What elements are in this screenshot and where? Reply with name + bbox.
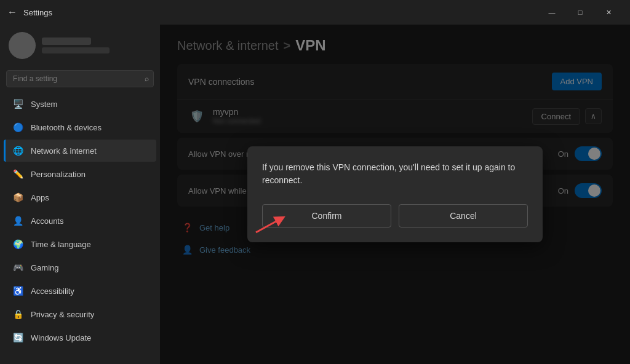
sidebar-item-label: Bluetooth & devices [31,123,102,132]
sidebar-item-apps[interactable]: 📦 Apps [4,186,156,208]
sidebar-item-label: Gaming [31,263,59,272]
sidebar-item-label: Accounts [31,216,63,226]
title-bar: ← Settings — □ ✕ [0,0,630,25]
accounts-icon: 👤 [12,215,23,226]
content-area: Network & internet > VPN VPN connections… [160,25,630,364]
update-icon: 🔄 [12,332,23,343]
sidebar-item-privacy[interactable]: 🔒 Privacy & security [4,303,156,325]
sidebar-item-personalization[interactable]: ✏️ Personalization [4,163,156,185]
sidebar-item-label: Apps [31,193,49,202]
sidebar-search[interactable]: ⌕ [6,70,154,87]
sidebar-item-label: Accessibility [31,287,74,296]
sidebar-nav: 🖥️ System 🔵 Bluetooth & devices 🌐 Networ… [0,92,160,364]
sidebar-item-label: Time & language [31,240,91,249]
sidebar-item-bluetooth[interactable]: 🔵 Bluetooth & devices [4,116,156,138]
cancel-button[interactable]: Cancel [399,204,528,228]
sidebar-item-system[interactable]: 🖥️ System [4,93,156,115]
modal-overlay: If you remove this VPN connection, you'l… [160,25,630,364]
back-button[interactable]: ← [7,7,17,18]
confirm-modal: If you remove this VPN connection, you'l… [247,146,543,242]
sidebar: ⌕ 🖥️ System 🔵 Bluetooth & devices 🌐 Netw… [0,25,160,364]
sidebar-item-label: Privacy & security [31,310,94,319]
time-icon: 🌍 [12,239,23,250]
profile-name [42,38,91,45]
sidebar-item-label: System [31,100,57,109]
maximize-button[interactable]: □ [566,2,594,22]
sidebar-item-network[interactable]: 🌐 Network & internet [4,140,156,162]
system-icon: 🖥️ [12,98,23,109]
search-icon: ⌕ [145,74,149,83]
sidebar-item-accounts[interactable]: 👤 Accounts [4,210,156,232]
title-bar-left: ← Settings [7,7,538,18]
sidebar-item-label: Personalization [31,170,86,179]
modal-message: If you remove this VPN connection, you'l… [262,161,528,187]
profile-sub [42,47,110,53]
sidebar-item-time[interactable]: 🌍 Time & language [4,233,156,255]
close-button[interactable]: ✕ [594,2,623,22]
sidebar-item-update[interactable]: 🔄 Windows Update [4,326,156,349]
apps-icon: 📦 [12,192,23,203]
arrow-indicator [256,202,293,232]
gaming-icon: 🎮 [12,262,23,273]
personalization-icon: ✏️ [12,168,23,180]
privacy-icon: 🔒 [12,309,23,320]
modal-buttons: Confirm Cancel [262,204,528,228]
main-layout: ⌕ 🖥️ System 🔵 Bluetooth & devices 🌐 Netw… [0,25,630,364]
minimize-button[interactable]: — [538,2,566,22]
sidebar-item-label: Network & internet [31,146,97,156]
accessibility-icon: ♿ [12,285,23,296]
search-input[interactable] [6,70,154,87]
window-controls: — □ ✕ [538,2,623,22]
profile-info [42,38,110,53]
svg-line-1 [256,219,281,232]
avatar [9,32,36,59]
bluetooth-icon: 🔵 [12,122,23,133]
app-title: Settings [23,8,52,17]
sidebar-item-gaming[interactable]: 🎮 Gaming [4,256,156,279]
network-icon: 🌐 [12,145,23,156]
sidebar-profile [0,25,160,66]
sidebar-item-accessibility[interactable]: ♿ Accessibility [4,280,156,302]
sidebar-item-label: Windows Update [31,333,91,342]
